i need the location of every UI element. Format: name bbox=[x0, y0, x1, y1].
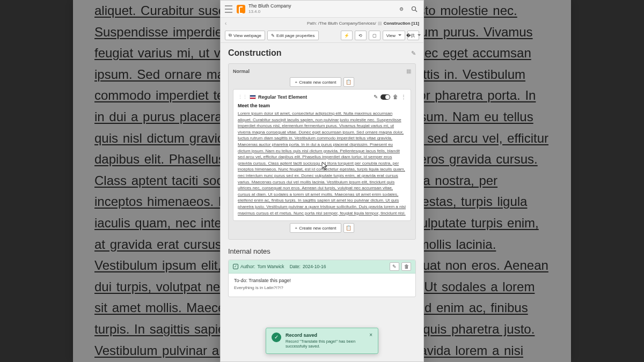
toast-notification: ✓ Record saved Record "Translate this pa… bbox=[266, 328, 378, 354]
plus-icon: + bbox=[295, 226, 297, 231]
paste-button-top[interactable]: 📋 bbox=[343, 77, 354, 87]
edit-note-icon[interactable]: ✎ bbox=[390, 262, 399, 271]
search-icon[interactable] bbox=[409, 4, 419, 14]
create-content-button-bottom[interactable]: +Create new content bbox=[290, 223, 341, 233]
delete-note-icon[interactable]: 🗑 bbox=[401, 262, 411, 271]
menu-icon[interactable] bbox=[225, 5, 232, 13]
content-element: ⋮⋮ Regular Text Element ✎ 🗑 ⋮ Meet the t… bbox=[233, 89, 411, 221]
svg-point-0 bbox=[412, 6, 416, 10]
author-value: Tom Warwick bbox=[257, 264, 284, 269]
flag-en-icon bbox=[250, 95, 256, 99]
delete-element-icon[interactable]: 🗑 bbox=[393, 94, 398, 100]
create-content-button-top[interactable]: +Create new content bbox=[290, 77, 341, 87]
more-icon[interactable]: ⋮ bbox=[401, 94, 406, 100]
breadcrumb-path[interactable]: /The Bluth Company/Services/ bbox=[318, 21, 376, 26]
breadcrumb-current: Construction [11] bbox=[384, 21, 419, 26]
paste-button-bottom[interactable]: 📋 bbox=[343, 223, 354, 233]
success-check-icon: ✓ bbox=[272, 333, 281, 342]
element-type-label: Regular Text Element bbox=[258, 94, 371, 100]
note-todo-text: To-do: Translate this page! bbox=[234, 278, 410, 283]
date-value: 2024-10-16 bbox=[303, 264, 326, 269]
visibility-toggle[interactable] bbox=[380, 94, 390, 100]
cache-button[interactable]: ⚡ bbox=[341, 31, 353, 40]
settings-icon[interactable]: ⚙ bbox=[397, 4, 406, 14]
path-label: Path: bbox=[307, 21, 317, 26]
drag-handle-icon[interactable]: ⋮⋮ bbox=[238, 94, 247, 100]
typo3-logo[interactable] bbox=[237, 5, 245, 13]
toast-close-icon[interactable]: × bbox=[369, 333, 372, 338]
internal-notes-heading: Internal notes bbox=[228, 247, 416, 255]
site-info: The Bluth Company 13.4.0 bbox=[248, 3, 393, 14]
note-meta-bar: ✓ Author: Tom Warwick Date: 2024-10-16 ✎… bbox=[229, 260, 415, 274]
action-bar: ⧉View webpage ✎Edit page properties ⚡ ⟲ … bbox=[221, 28, 423, 43]
note-sub-text: Everything is in Latin?!?!? bbox=[234, 285, 410, 290]
internal-note: ✓ Author: Tom Warwick Date: 2024-10-16 ✎… bbox=[228, 260, 416, 297]
svg-line-1 bbox=[415, 10, 417, 11]
zone-toggle-icon[interactable]: ▦ bbox=[406, 68, 411, 74]
reload-button[interactable]: ⟲ bbox=[355, 31, 367, 40]
edit-element-icon[interactable]: ✎ bbox=[374, 94, 378, 100]
edit-title-icon[interactable]: ✎ bbox=[411, 50, 416, 57]
breadcrumb: ‹ Path: /The Bluth Company/Services/ ▤ C… bbox=[221, 18, 423, 28]
bookmark-button[interactable]: ▢ bbox=[369, 31, 380, 40]
element-body-text: Lorem ipsum dolor sit amet, consectetur … bbox=[238, 110, 406, 216]
date-label: Date: bbox=[290, 264, 301, 269]
element-heading: Meet the team bbox=[238, 103, 406, 108]
share-dropdown[interactable]: �供 bbox=[407, 31, 419, 40]
topbar: The Bluth Company 13.4.0 ⚙ bbox=[221, 1, 423, 18]
zone-name: Normal bbox=[233, 69, 250, 74]
toast-message: Record "Translate this page!" has been s… bbox=[286, 339, 365, 350]
collapse-icon[interactable]: ‹ bbox=[225, 20, 226, 26]
pencil-icon: ✎ bbox=[271, 33, 275, 38]
view-dropdown[interactable]: View bbox=[383, 31, 405, 40]
external-icon: ⧉ bbox=[229, 33, 232, 38]
page-title: Construction bbox=[228, 48, 411, 58]
page-icon: ▤ bbox=[378, 21, 382, 26]
site-name: The Bluth Company bbox=[248, 3, 393, 9]
plus-icon: + bbox=[295, 80, 297, 85]
content-zone-normal: Normal ▦ +Create new content 📋 ⋮⋮ Regula… bbox=[228, 63, 416, 240]
toast-title: Record saved bbox=[286, 333, 365, 338]
page-editor-panel: The Bluth Company 13.4.0 ⚙ ‹ Path: /The … bbox=[220, 0, 424, 362]
note-checkbox[interactable]: ✓ bbox=[233, 264, 238, 269]
view-webpage-button[interactable]: ⧉View webpage bbox=[225, 31, 265, 40]
edit-page-properties-button[interactable]: ✎Edit page properties bbox=[267, 31, 319, 40]
version-label: 13.4.0 bbox=[248, 9, 393, 14]
author-label: Author: bbox=[240, 264, 255, 269]
